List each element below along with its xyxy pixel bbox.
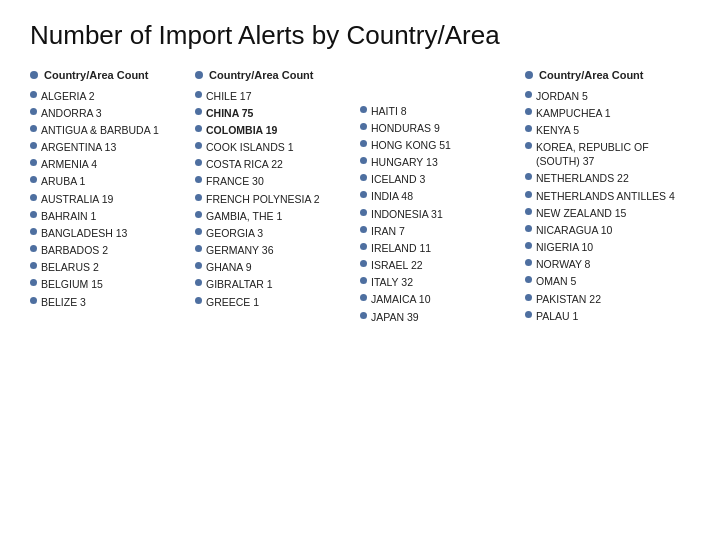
table-row: PAKISTAN 22 [525,290,690,307]
cell-text: ANTIGUA & BARBUDA 1 [41,123,159,137]
table-row: COSTA RICA 22 [195,156,360,173]
table-row: BELIZE 3 [30,293,195,310]
table-row: INDONESIA 31 [360,205,525,222]
row-bullet-icon [30,262,37,269]
cell-text: KENYA 5 [536,123,579,137]
table-row: FRENCH POLYNESIA 2 [195,190,360,207]
table-row: ITALY 32 [360,274,525,291]
row-bullet-icon [525,125,532,132]
cell-text: CHILE 17 [206,89,252,103]
table-row: BELARUS 2 [30,259,195,276]
table-row: IRELAND 11 [360,239,525,256]
cell-text: ANDORRA 3 [41,106,102,120]
col-header-label: Country/Area Count [539,69,644,81]
cell-text: AUSTRALIA 19 [41,192,113,206]
column-0: Country/Area CountALGERIA 2ANDORRA 3ANTI… [30,69,195,325]
table-row: HONDURAS 9 [360,119,525,136]
table-row: KAMPUCHEA 1 [525,104,690,121]
cell-text: OMAN 5 [536,274,576,288]
table-row: PALAU 1 [525,307,690,324]
cell-text: GERMANY 36 [206,243,274,257]
cell-text: NORWAY 8 [536,257,590,271]
table-row: KENYA 5 [525,121,690,138]
row-bullet-icon [30,108,37,115]
row-bullet-icon [30,159,37,166]
cell-text: HONDURAS 9 [371,121,440,135]
table-row: NORWAY 8 [525,256,690,273]
table-row: HAITI 8 [360,102,525,119]
row-bullet-icon [195,91,202,98]
row-bullet-icon [30,194,37,201]
table-row [360,87,525,102]
row-bullet-icon [360,106,367,113]
cell-text: FRANCE 30 [206,174,264,188]
page-title: Number of Import Alerts by Country/Area [30,20,690,51]
table-row: KOREA, REPUBLIC OF (SOUTH) 37 [525,139,690,170]
column-1: Country/Area CountCHILE 17CHINA 75COLOMB… [195,69,360,325]
table-row: GHANA 9 [195,259,360,276]
table-row: NEW ZEALAND 15 [525,204,690,221]
table-row: ARMENIA 4 [30,156,195,173]
cell-text: KOREA, REPUBLIC OF (SOUTH) 37 [536,140,690,168]
table-row: NIGERIA 10 [525,239,690,256]
table-row: ANTIGUA & BARBUDA 1 [30,121,195,138]
row-bullet-icon [195,279,202,286]
cell-text: COLOMBIA 19 [206,123,277,137]
cell-text: ALGERIA 2 [41,89,95,103]
cell-text: PAKISTAN 22 [536,292,601,306]
table-row: ISRAEL 22 [360,257,525,274]
cell-text: NETHERLANDS ANTILLES 4 [536,189,675,203]
cell-text: IRAN 7 [371,224,405,238]
table-row: NETHERLANDS ANTILLES 4 [525,187,690,204]
header-bullet-icon [525,71,533,79]
row-bullet-icon [360,140,367,147]
row-bullet-icon [30,279,37,286]
table-row: JAPAN 39 [360,308,525,325]
column-3: Country/Area CountJORDAN 5KAMPUCHEA 1KEN… [525,69,690,325]
row-bullet-icon [360,174,367,181]
cell-text: JAMAICA 10 [371,292,431,306]
cell-text: JAPAN 39 [371,310,419,324]
row-bullet-icon [195,297,202,304]
row-bullet-icon [195,228,202,235]
row-bullet-icon [360,277,367,284]
row-bullet-icon [525,173,532,180]
row-bullet-icon [525,311,532,318]
table-row: ARUBA 1 [30,173,195,190]
table-row: ARGENTINA 13 [30,139,195,156]
cell-text: ITALY 32 [371,275,413,289]
table-row: GIBRALTAR 1 [195,276,360,293]
cell-text: BANGLADESH 13 [41,226,127,240]
cell-text: HUNGARY 13 [371,155,438,169]
data-table: Country/Area CountALGERIA 2ANDORRA 3ANTI… [30,69,690,325]
table-row: BANGLADESH 13 [30,224,195,241]
row-bullet-icon [360,226,367,233]
cell-text: HONG KONG 51 [371,138,451,152]
row-bullet-icon [360,260,367,267]
cell-text: FRENCH POLYNESIA 2 [206,192,320,206]
row-bullet-icon [360,312,367,319]
row-bullet-icon [525,142,532,149]
cell-text: GHANA 9 [206,260,252,274]
cell-text: BARBADOS 2 [41,243,108,257]
cell-text: INDIA 48 [371,189,413,203]
cell-text: INDONESIA 31 [371,207,443,221]
row-bullet-icon [525,225,532,232]
table-row: NETHERLANDS 22 [525,170,690,187]
cell-text: ARUBA 1 [41,174,85,188]
table-row: ALGERIA 2 [30,87,195,104]
row-bullet-icon [195,159,202,166]
table-row: HONG KONG 51 [360,136,525,153]
row-bullet-icon [525,108,532,115]
row-bullet-icon [195,211,202,218]
row-bullet-icon [195,262,202,269]
col-header-3: Country/Area Count [525,69,690,81]
table-row: IRAN 7 [360,222,525,239]
table-row: BARBADOS 2 [30,242,195,259]
table-row: COLOMBIA 19 [195,121,360,138]
row-bullet-icon [525,191,532,198]
row-bullet-icon [360,157,367,164]
table-row: JORDAN 5 [525,87,690,104]
table-row: INDIA 48 [360,188,525,205]
cell-text: BAHRAIN 1 [41,209,96,223]
